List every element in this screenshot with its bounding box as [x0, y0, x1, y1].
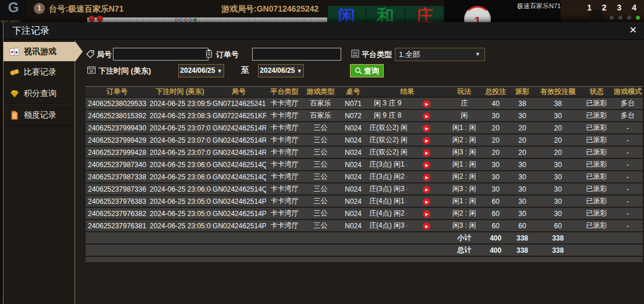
- payout-cell: 30: [509, 110, 536, 121]
- table-cell: 2024-06-25 23:07:07: [148, 122, 211, 133]
- play-replay-button[interactable]: ▶: [423, 100, 430, 108]
- ticket-icon: [9, 68, 20, 77]
- payout-cell: 30: [509, 183, 536, 195]
- table-cell: -: [613, 147, 643, 158]
- table-cell: 闲1 : 闲: [447, 122, 482, 133]
- table-cell: 30: [535, 196, 580, 207]
- table-cell: 2024-06-25 23:06:04: [148, 183, 211, 195]
- table-cell: 三公: [303, 196, 338, 207]
- result-cell: 庄(双公2) 闲2 (9点): [368, 135, 407, 146]
- table-cell: N024: [338, 183, 368, 195]
- subtotal-row: 小计400338338: [86, 232, 643, 243]
- table-cell: GN0242462514R: [211, 122, 266, 133]
- video-table-title: 极速百家乐N71: [517, 2, 561, 10]
- column-header: 下注时间 (美东): [148, 86, 211, 97]
- order-id-cell: 240625237976381: [86, 220, 148, 231]
- table-cell: 30: [482, 110, 509, 121]
- status-cell: 已派彩: [581, 196, 613, 207]
- search-button[interactable]: 查询: [350, 64, 384, 77]
- play-replay-button[interactable]: ▶: [423, 161, 430, 169]
- date-to-picker[interactable]: 2024/06/25 ▼: [258, 64, 304, 77]
- table-cell: GN0242462514P: [211, 196, 266, 207]
- empty-row: [86, 257, 643, 262]
- table-cell: 三公: [303, 171, 338, 182]
- table-cell: 三公: [303, 147, 338, 158]
- sidebar-item-credit-records[interactable]: 额度记录: [3, 104, 75, 126]
- replay-cell: ▶: [407, 110, 446, 121]
- payout-cell: 20: [509, 122, 536, 133]
- table-cell: -: [613, 183, 643, 195]
- table-cell: 卡卡湾厅: [266, 122, 303, 133]
- table-number-badge: 1: [34, 3, 45, 14]
- grand-total-row: 总计400338338: [86, 245, 643, 256]
- result-cell: 庄(双公2) 闲1 (单公7): [368, 122, 407, 133]
- close-icon[interactable]: ✕: [629, 24, 637, 36]
- order-id-cell: 240625238029533: [86, 98, 148, 109]
- replay-cell: ▶: [407, 171, 446, 182]
- order-id-label: 订单号: [216, 50, 239, 60]
- play-replay-button[interactable]: ▶: [423, 186, 430, 193]
- column-header: 有效投注额: [535, 86, 580, 97]
- table-cell: 卡卡湾厅: [266, 110, 303, 121]
- roadmap-dot: [193, 18, 197, 22]
- table-cell: -: [613, 220, 643, 231]
- play-replay-button[interactable]: ▶: [423, 112, 430, 120]
- table-cell: 卡卡湾厅: [266, 171, 303, 182]
- table-cell: 卡卡湾厅: [266, 147, 303, 158]
- payout-cell: 30: [509, 171, 536, 182]
- table-indicator-dot: [610, 16, 614, 20]
- table-cell: 20: [482, 135, 509, 146]
- to-label: 至: [241, 65, 249, 76]
- calendar-icon: [87, 65, 96, 75]
- table-cell: -: [613, 122, 643, 133]
- table-cell: 2024-06-25 23:05:05: [148, 196, 211, 207]
- sidebar-item-label: 额度记录: [24, 110, 56, 121]
- empty-cell: [86, 257, 643, 262]
- spacer-cell: [613, 245, 643, 256]
- status-cell: 已派彩: [581, 171, 613, 182]
- column-header: 订单号: [86, 86, 148, 97]
- table-cell: 卡卡湾厅: [266, 98, 303, 109]
- column-header: 状态: [581, 86, 613, 97]
- sidebar-item-video-games[interactable]: ♥ ♠ 视讯游戏: [3, 42, 83, 61]
- play-replay-button[interactable]: ▶: [423, 137, 430, 144]
- table-cell: -: [613, 196, 643, 207]
- replay-cell: ▶: [407, 220, 446, 231]
- order-id-input[interactable]: [252, 48, 341, 61]
- order-id-cell: 240625237999430: [86, 122, 148, 133]
- replay-cell: ▶: [407, 122, 446, 133]
- platform-type-select[interactable]: 1.全部 ▼: [395, 48, 485, 61]
- payout-cell: 30: [509, 159, 536, 170]
- column-header: 结果: [368, 86, 447, 97]
- play-replay-button[interactable]: ▶: [423, 210, 430, 218]
- play-replay-button[interactable]: ▶: [423, 125, 430, 132]
- subtotal-row-total-bet: 400: [482, 232, 509, 243]
- table-cell: 庄: [447, 98, 482, 109]
- table-cell: N024: [338, 135, 368, 146]
- table-cell: -: [613, 135, 643, 146]
- status-cell: 已派彩: [581, 110, 613, 121]
- play-replay-button[interactable]: ▶: [423, 222, 430, 230]
- play-replay-button[interactable]: ▶: [423, 198, 430, 206]
- play-replay-button[interactable]: ▶: [423, 174, 430, 181]
- clipboard-icon: [204, 49, 214, 58]
- table-cell: 2024-06-25 23:08:34: [148, 110, 211, 121]
- sidebar-item-match-records[interactable]: 比赛记录: [3, 61, 75, 83]
- table-cell: GN07124625241: [211, 98, 266, 109]
- table-row: 2406252379763822024-06-25 23:05:05GN0242…: [86, 208, 643, 219]
- result-cell: 庄(4点) 闲2 (6点): [368, 208, 407, 219]
- play-replay-button[interactable]: ▶: [423, 149, 430, 157]
- table-cell: 40: [482, 98, 509, 109]
- table-header: 订单号下注时间 (美东)局号平台类型游戏类型桌号结果玩法总投注派彩有效投注额状态…: [86, 86, 643, 97]
- replay-cell: ▶: [407, 208, 446, 219]
- round-id-input[interactable]: [113, 48, 208, 61]
- status-cell: 已派彩: [581, 147, 613, 158]
- status-cell: 已派彩: [581, 220, 613, 231]
- table-switcher[interactable]: 1 2 3 4: [587, 3, 641, 12]
- table-cell: 30: [482, 183, 509, 195]
- sidebar-item-points-query[interactable]: 积分查询: [3, 83, 75, 104]
- table-cell: 30: [535, 183, 580, 195]
- table-cell: 60: [482, 196, 509, 207]
- date-from-picker[interactable]: 2024/06/25 ▼: [178, 64, 224, 77]
- replay-cell: ▶: [407, 159, 446, 170]
